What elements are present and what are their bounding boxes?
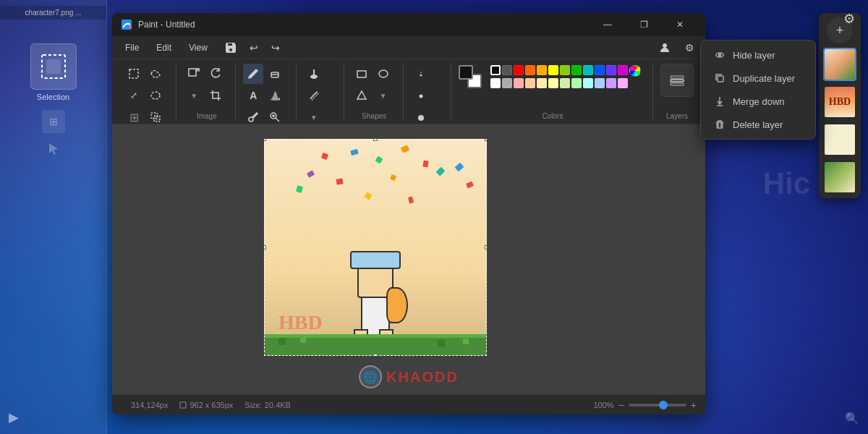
- color-green[interactable]: [571, 65, 582, 75]
- shape-triangle[interactable]: [352, 85, 372, 106]
- color-black[interactable]: [490, 65, 501, 75]
- size2-btn[interactable]: [411, 85, 431, 106]
- color-darkgray[interactable]: [502, 65, 512, 75]
- brush2-tool[interactable]: [304, 85, 324, 106]
- color-paleyellow[interactable]: [548, 78, 558, 88]
- color-lightyellow[interactable]: [537, 78, 547, 88]
- brush1-tool[interactable]: [304, 64, 324, 84]
- color-orange[interactable]: [525, 65, 535, 75]
- close-button[interactable]: ✕: [663, 13, 697, 36]
- sel-handle-tm[interactable]: [373, 139, 378, 141]
- layer-item-1[interactable]: [823, 48, 856, 81]
- sel-handle-tr[interactable]: [485, 139, 487, 141]
- canvas-area[interactable]: HBD: [112, 124, 705, 394]
- context-menu-duplicate-layer[interactable]: Duplicate layer: [704, 67, 812, 90]
- context-menu-merge-down[interactable]: Merge down: [704, 90, 812, 113]
- desktop-settings-icon[interactable]: ⚙: [839, 9, 859, 29]
- canvas-image: HBD: [264, 139, 487, 356]
- color-mintgreen[interactable]: [571, 78, 582, 88]
- settings-icon[interactable]: ⚙: [679, 38, 699, 58]
- resize-tool[interactable]: [184, 64, 204, 84]
- zoom-minus-btn[interactable]: −: [618, 399, 624, 411]
- maximize-button[interactable]: ❐: [627, 13, 660, 36]
- color-custom[interactable]: [629, 65, 641, 77]
- menu-file[interactable]: File: [118, 40, 146, 56]
- sel-handle-ml[interactable]: [264, 245, 266, 250]
- bottom-right-search-icon[interactable]: 🔍: [845, 412, 859, 425]
- duplicate-layer-label: Duplicate layer: [733, 73, 795, 84]
- color-white[interactable]: [490, 78, 501, 88]
- svg-point-4: [663, 43, 667, 48]
- color-magenta[interactable]: [618, 65, 628, 75]
- left-icon-2[interactable]: ⊞: [42, 110, 65, 133]
- color-lavender[interactable]: [606, 78, 616, 88]
- context-menu-delete-layer[interactable]: Delete layer: [704, 113, 812, 136]
- color-purple[interactable]: [606, 65, 616, 75]
- color-pink[interactable]: [618, 78, 628, 88]
- save-icon-btn[interactable]: [221, 38, 241, 58]
- toolbar-group-image: ▼ Image: [178, 64, 236, 120]
- undo-redo-group: ↩ ↪: [244, 38, 286, 58]
- crop-tool[interactable]: [205, 85, 226, 106]
- rotate-tool[interactable]: [205, 64, 226, 84]
- text-tool[interactable]: A: [243, 85, 263, 106]
- shape-ellipse[interactable]: [373, 64, 393, 84]
- sel-handle-tl[interactable]: [264, 139, 266, 141]
- toolbar-group-colors: Colors: [453, 64, 653, 120]
- layer-item-3[interactable]: [823, 123, 856, 156]
- rect-select-tool[interactable]: [124, 64, 144, 84]
- color-yellow[interactable]: [548, 65, 558, 75]
- profile-icon[interactable]: [655, 38, 675, 58]
- sel-handle-bl[interactable]: [264, 354, 266, 356]
- fill-tool[interactable]: [265, 85, 285, 106]
- free-select-tool[interactable]: [145, 64, 166, 84]
- redo-button[interactable]: ↪: [265, 38, 286, 58]
- flip-tool[interactable]: ▼: [184, 85, 204, 106]
- color-lime[interactable]: [560, 65, 570, 75]
- pencil-tool[interactable]: [243, 64, 263, 84]
- status-bar: 314,124px 962 x 635px Size: 20.4KB 100% …: [112, 394, 705, 414]
- expand-tool[interactable]: ⤢: [124, 85, 144, 106]
- minimize-button[interactable]: —: [591, 13, 624, 36]
- sel-handle-mr[interactable]: [485, 245, 487, 250]
- menu-view[interactable]: View: [182, 40, 215, 56]
- zoom-slider-thumb[interactable]: [659, 401, 668, 409]
- layer-item-4[interactable]: [823, 161, 856, 194]
- undo-button[interactable]: ↩: [244, 38, 264, 58]
- color-teal[interactable]: [583, 65, 593, 75]
- color-palegreen[interactable]: [560, 78, 570, 88]
- color-red[interactable]: [514, 65, 524, 75]
- layers-toggle-button[interactable]: [660, 64, 694, 97]
- svg-point-6: [151, 92, 160, 99]
- zoom-slider[interactable]: [629, 404, 686, 407]
- size1-btn[interactable]: [411, 64, 431, 84]
- ground-detail-3: [438, 340, 445, 347]
- color-lightred[interactable]: [514, 78, 524, 88]
- layer-context-menu: Hide layer Duplicate layer Merge down De…: [700, 40, 816, 140]
- toolbar-group-layers: Layers: [655, 64, 699, 120]
- green-ground: [264, 334, 487, 356]
- shape-extra[interactable]: ▼: [373, 85, 393, 106]
- color-lightgray[interactable]: [502, 78, 512, 88]
- context-menu-hide-layer[interactable]: Hide layer: [704, 43, 812, 67]
- menu-edit[interactable]: Edit: [149, 40, 179, 56]
- layer-item-2[interactable]: HBD: [823, 85, 856, 119]
- toolbar-group-selection: ⤢ ⊞ ▼ Selection: [118, 64, 176, 120]
- bottom-left-nav-arrow[interactable]: ▶: [9, 409, 19, 425]
- ellipse-select-tool[interactable]: [145, 85, 166, 106]
- color-peach[interactable]: [525, 78, 535, 88]
- color-lightblue[interactable]: [595, 78, 605, 88]
- eraser-tool[interactable]: [265, 64, 285, 84]
- sel-handle-bm[interactable]: [373, 354, 378, 356]
- toolbar-group-brushes: ▼ Brushes: [298, 64, 344, 120]
- shape-rect[interactable]: [352, 64, 372, 84]
- svg-rect-9: [189, 69, 196, 76]
- selection-tool-large[interactable]: [30, 43, 77, 90]
- color-cyan[interactable]: [583, 78, 593, 88]
- watermark-globe: 🌐: [359, 365, 382, 388]
- zoom-plus-btn[interactable]: +: [691, 399, 697, 411]
- sel-handle-br[interactable]: [485, 354, 487, 356]
- color-amber[interactable]: [537, 65, 547, 75]
- color-blue[interactable]: [595, 65, 605, 75]
- foreground-color[interactable]: [459, 65, 473, 80]
